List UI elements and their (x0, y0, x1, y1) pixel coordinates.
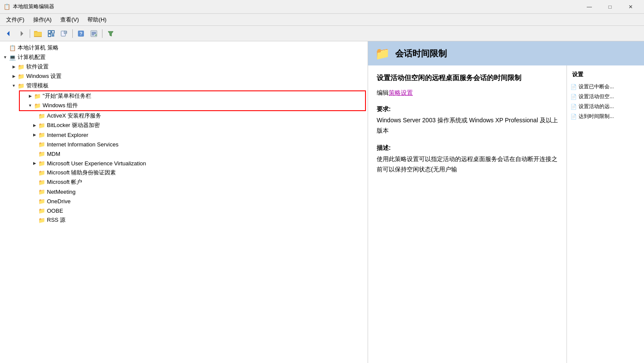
rss-icon: 📁 (38, 217, 46, 223)
bitlocker-label: BitLocker 驱动器加密 (47, 121, 100, 129)
tree-ms-auth[interactable]: 📁 Microsoft 辅助身份验证因素 (0, 168, 368, 177)
sidebar-policy-2[interactable]: 📄 设置活动但空... (567, 92, 644, 102)
windows-settings-icon: 📁 (17, 73, 25, 80)
ie-expand[interactable]: ▶ (31, 131, 38, 138)
desc-label: 描述: (377, 143, 558, 152)
sidebar-policy-label-1: 设置已中断会... (579, 83, 614, 90)
tree-activex[interactable]: 📁 ActiveX 安装程序服务 (0, 111, 368, 121)
export-button[interactable] (58, 28, 70, 40)
minimize-button[interactable]: — (579, 0, 599, 14)
root-no-expand (2, 44, 9, 51)
rss-no-expand (31, 217, 38, 223)
policy-icon-1: 📄 (570, 84, 577, 90)
onedrive-icon: 📁 (38, 198, 46, 205)
menubar: 文件(F) 操作(A) 查看(V) 帮助(H) (0, 14, 644, 26)
tree-root[interactable]: 📋 本地计算机 策略 (0, 43, 368, 53)
right-content: 设置活动但空闲的远程桌面服务会话的时间限制 编辑策略设置 要求: Windows… (368, 65, 567, 363)
activex-label: ActiveX 安装程序服务 (47, 112, 101, 120)
ie-label: Internet Explorer (47, 132, 88, 138)
tree-admin-templates[interactable]: ▼ 📁 管理模板 (0, 81, 368, 90)
tree-windows-settings[interactable]: ▶ 📁 Windows 设置 (0, 71, 368, 81)
mdm-icon: 📁 (38, 150, 46, 157)
menu-action[interactable]: 操作(A) (29, 14, 56, 25)
svg-text:?: ? (80, 31, 83, 36)
req-text: Windows Server 2003 操作系统或 Windows XP Pro… (377, 115, 558, 136)
right-body: 设置活动但空闲的远程桌面服务会话的时间限制 编辑策略设置 要求: Windows… (368, 65, 644, 363)
tree-ie[interactable]: ▶ 📁 Internet Explorer (0, 130, 368, 140)
sidebar-policy-3[interactable]: 📄 设置活动的远... (567, 102, 644, 112)
tree-mdm[interactable]: 📁 MDM (0, 149, 368, 158)
onedrive-no-expand (31, 198, 38, 205)
software-settings-expand[interactable]: ▶ (10, 63, 17, 70)
admin-templates-label: 管理模板 (26, 82, 49, 90)
right-header-title: 会话时间限制 (395, 48, 447, 59)
uev-label: Microsoft User Experience Virtualization (47, 160, 146, 167)
sidebar-policy-1[interactable]: 📄 设置已中断会... (567, 82, 644, 92)
svg-marker-20 (108, 31, 113, 36)
tree-onedrive[interactable]: 📁 OneDrive (0, 196, 368, 206)
highlight-box: ▶ 📁 "开始"菜单和任务栏 ▼ 📁 Windows 组件 (19, 90, 366, 111)
maximize-button[interactable]: □ (600, 0, 620, 14)
iis-label: Internet Information Services (47, 141, 118, 148)
titlebar-icon: 📋 (3, 3, 10, 10)
svg-rect-6 (48, 31, 51, 33)
svg-rect-8 (48, 34, 51, 37)
root-icon: 📋 (9, 44, 16, 51)
windows-components-label: Windows 组件 (43, 102, 78, 109)
activex-icon: 📁 (38, 112, 46, 119)
tree-computer-config[interactable]: ▼ 💻 计算机配置 (0, 53, 368, 62)
tree-oobe[interactable]: 📁 OOBE (0, 206, 368, 215)
svg-rect-4 (34, 32, 41, 36)
titlebar-buttons: — □ ✕ (579, 0, 641, 14)
filter-button[interactable] (105, 28, 117, 40)
tree-uev[interactable]: ▶ 📁 Microsoft User Experience Virtualiza… (0, 158, 368, 168)
netmeeting-icon: 📁 (38, 188, 46, 195)
computer-config-icon: 💻 (9, 54, 16, 61)
start-menu-expand[interactable]: ▶ (27, 93, 34, 99)
activex-no-expand (31, 112, 38, 119)
properties-button[interactable] (88, 28, 100, 40)
tree-ms-account[interactable]: 📁 Microsoft 帐户 (0, 177, 368, 187)
grid-view-button[interactable] (45, 28, 57, 40)
bitlocker-expand[interactable]: ▶ (31, 122, 38, 129)
svg-rect-7 (52, 31, 54, 33)
tree-software-settings[interactable]: ▶ 📁 软件设置 (0, 62, 368, 71)
admin-templates-expand[interactable]: ▼ (10, 82, 17, 89)
toolbar-separator-3 (102, 29, 102, 38)
ms-account-icon: 📁 (38, 179, 46, 186)
mdm-no-expand (31, 150, 38, 157)
toolbar: ? (0, 26, 644, 41)
rss-label: RSS 源 (47, 216, 65, 224)
right-sidebar: 设置 📄 设置已中断会... 📄 设置活动但空... 📄 设置活动的远... 📄… (567, 65, 644, 363)
ie-icon: 📁 (38, 131, 46, 138)
tree-windows-components[interactable]: ▼ 📁 Windows 组件 (20, 101, 365, 110)
uev-expand[interactable]: ▶ (31, 160, 38, 167)
right-header-icon: 📁 (375, 47, 390, 61)
tree-rss[interactable]: 📁 RSS 源 (0, 215, 368, 225)
tree-scroll[interactable]: 📋 本地计算机 策略 ▼ 💻 计算机配置 ▶ 📁 软件设置 ▶ 📁 Window… (0, 41, 368, 363)
toolbar-separator-2 (72, 29, 73, 38)
policy-settings-link[interactable]: 策略设置 (389, 89, 413, 96)
folder-open-button[interactable] (32, 28, 44, 40)
back-button[interactable] (3, 28, 15, 40)
forward-button[interactable] (15, 28, 28, 40)
close-button[interactable]: ✕ (621, 0, 641, 14)
menu-help[interactable]: 帮助(H) (83, 14, 111, 25)
help-button[interactable]: ? (75, 28, 87, 40)
menu-view[interactable]: 查看(V) (56, 14, 83, 25)
uev-icon: 📁 (38, 160, 46, 167)
windows-settings-expand[interactable]: ▶ (10, 73, 17, 80)
sidebar-policy-label-4: 达到时间限制... (579, 113, 614, 120)
iis-icon: 📁 (38, 141, 46, 148)
tree-iis[interactable]: 📁 Internet Information Services (0, 140, 368, 149)
windows-components-expand[interactable]: ▼ (27, 102, 34, 109)
sidebar-policy-4[interactable]: 📄 达到时间限制... (567, 112, 644, 121)
tree-start-menu[interactable]: ▶ 📁 "开始"菜单和任务栏 (20, 91, 365, 101)
computer-config-expand[interactable]: ▼ (2, 54, 9, 61)
sidebar-policy-label-2: 设置活动但空... (579, 93, 614, 100)
menu-file[interactable]: 文件(F) (2, 14, 29, 25)
software-settings-label: 软件设置 (26, 63, 49, 71)
tree-netmeeting[interactable]: 📁 NetMeeting (0, 187, 368, 196)
tree-bitlocker[interactable]: ▶ 📁 BitLocker 驱动器加密 (0, 121, 368, 130)
admin-templates-icon: 📁 (17, 82, 25, 89)
